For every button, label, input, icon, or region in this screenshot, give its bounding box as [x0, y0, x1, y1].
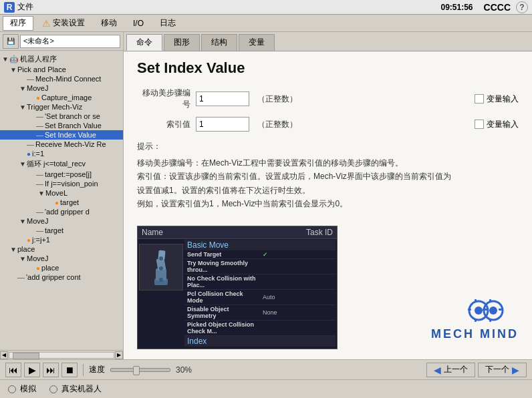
tree-label: 循环 j<=total_recv — [27, 159, 86, 169]
dash-icon: — — [27, 75, 34, 83]
hscroll-left-btn[interactable]: ◀ — [0, 351, 8, 359]
prev-btn[interactable]: ⏮ — [5, 363, 21, 377]
tree-label: j:=j+1 — [32, 236, 50, 244]
expand-icon[interactable]: ▼ — [9, 66, 17, 73]
tree-item-movej3[interactable]: ▼ MoveJ — [0, 254, 123, 263]
tree-item-movej2[interactable]: ▼ MoveJ — [0, 216, 123, 226]
hscroll-thumb[interactable] — [13, 353, 39, 359]
field1-checkbox[interactable] — [475, 94, 484, 104]
help-button[interactable]: ? — [516, 1, 528, 13]
tree-item-pickplace[interactable]: ▼ Pick and Place — [0, 65, 123, 74]
save-button[interactable]: 💾 — [3, 34, 19, 49]
expand-icon[interactable]: ▼ — [19, 85, 27, 92]
tree-item-if[interactable]: — If j==vision_poin — [0, 179, 123, 188]
bottom-toolbar: ⏮ ▶ ⏭ ⏹ 速度 30% ◀ 上一个 下一个 ▶ — [0, 359, 532, 379]
field2-label: 索引值 — [137, 119, 190, 130]
tree-item-setindex[interactable]: — Set Index Value — [0, 130, 123, 140]
expand-icon[interactable]: ▼ — [9, 246, 17, 253]
desc-hint: 提示： — [137, 141, 519, 152]
tree-item-robot[interactable]: ▼ 🤖 机器人程序 — [0, 53, 123, 65]
tree-label: MoveL — [45, 189, 68, 197]
logo-container: MECH MIND — [346, 218, 519, 341]
next-step-button[interactable]: 下一个 ▶ — [478, 363, 527, 377]
field2-checkbox[interactable] — [475, 120, 484, 129]
tree-item-capture[interactable]: ● Capture_image — [0, 93, 123, 102]
expand-icon[interactable]: ▼ — [1, 55, 9, 63]
tab-move[interactable]: 移动 — [94, 16, 124, 31]
tree-item-movej1[interactable]: ▼ MoveJ — [0, 83, 123, 93]
speed-slider[interactable] — [110, 368, 170, 372]
tree-item-place-target[interactable]: ● place — [0, 263, 123, 272]
tree-label: Trigger Mech-Viz — [27, 103, 82, 111]
speed-thumb[interactable] — [133, 366, 140, 375]
prev-step-button[interactable]: ◀ 上一个 — [426, 363, 475, 377]
titlebar-cc: CCCC — [484, 2, 511, 13]
tree-item-place[interactable]: ▼ place — [0, 244, 123, 254]
expand-icon[interactable]: ▼ — [37, 190, 45, 197]
table-row: Send Target✓ — [184, 250, 336, 259]
stop-btn[interactable]: ⏹ — [61, 363, 78, 377]
menubar: 程序 ⚠ 安装设置 移动 I/O 日志 — [0, 15, 532, 32]
tree-item-setbranch-val[interactable]: — Set Branch Value — [0, 121, 123, 130]
tree-item-target2[interactable]: — target — [0, 226, 123, 235]
svg-rect-18 — [499, 309, 502, 311]
tree-label: Pick and Place — [17, 65, 66, 73]
tree-item-setbranch-str[interactable]: — 'Set branch or se — [0, 112, 123, 121]
hscroll-right-btn[interactable]: ▶ — [115, 351, 123, 359]
tree-item-add-gripper2[interactable]: — 'add gripper cont — [0, 272, 123, 282]
tree-item-jj1[interactable]: ● j:=j+1 — [0, 235, 123, 244]
tree-item-target-pose[interactable]: — target:=pose[j] — [0, 170, 123, 179]
tree-item-trigger[interactable]: ▼ Trigger Mech-Viz — [0, 102, 123, 112]
svg-point-4 — [159, 278, 163, 282]
desc-line4: 例如，设置索引值为1，Mech-Viz中当前索引值会显示为0。 — [137, 197, 519, 210]
tree-item-i1[interactable]: ● i:=1 — [0, 149, 123, 158]
right-panel: 命令 图形 结构 变量 Set Index Value 移动美步骤编号 （正整数… — [124, 32, 532, 359]
prev-arrow-icon: ◀ — [434, 365, 441, 375]
tree-item-add-gripper[interactable]: — 'add gripper d — [0, 207, 123, 216]
field2-checkbox-label: 变量输入 — [487, 119, 519, 130]
play-btn[interactable]: ▶ — [24, 363, 40, 377]
program-tree: ▼ 🤖 机器人程序 ▼ Pick and Place — Mech-Mind C… — [0, 51, 124, 350]
svg-rect-13 — [468, 309, 471, 311]
dot-icon: ● — [27, 236, 31, 244]
expand-icon[interactable]: ▼ — [19, 255, 27, 262]
tree-item-receive[interactable]: — Receive Mech-Viz Re — [0, 140, 123, 149]
desc-line3: 设置值减1。设置的索引值将在下次运行时生效。 — [137, 184, 519, 197]
field1-checkbox-group: 变量输入 — [475, 93, 519, 105]
tab-install[interactable]: ⚠ 安装设置 — [35, 16, 92, 31]
table-row: Disable Object SymmetryNone — [184, 305, 336, 320]
sep1 — [83, 364, 84, 376]
tree-label: 'add gripper d — [45, 208, 90, 216]
bottom-status: 模拟 真实机器人 — [0, 379, 532, 398]
speed-label: 速度 — [89, 364, 105, 375]
field2-input[interactable] — [196, 117, 249, 132]
tab-command[interactable]: 命令 — [126, 34, 162, 51]
next-btn[interactable]: ⏭ — [43, 363, 59, 377]
real-robot-label: 真实机器人 — [61, 383, 102, 395]
svg-point-10 — [489, 307, 497, 315]
tab-struct[interactable]: 结构 — [201, 34, 237, 51]
tab-program[interactable]: 程序 — [3, 16, 33, 31]
field1-input[interactable] — [196, 91, 249, 106]
tree-item-mechmind-connect[interactable]: — Mech-Mind Connect — [0, 74, 123, 83]
tree-label: MoveJ — [27, 217, 48, 225]
left-panel: 💾 <未命名> ▼ 🤖 机器人程序 ▼ Pick and Place — Mec… — [0, 32, 124, 359]
tab-shape[interactable]: 图形 — [164, 34, 200, 51]
hscroll-track[interactable] — [9, 352, 114, 359]
tab-var[interactable]: 变量 — [239, 34, 275, 51]
dash-icon: — — [36, 226, 43, 234]
expand-icon[interactable]: ▼ — [19, 104, 27, 111]
expand-icon[interactable]: ▼ — [19, 160, 27, 168]
img-taskid-col: Task ID — [306, 228, 333, 237]
tree-item-loop[interactable]: ▼ 循环 j<=total_recv — [0, 158, 123, 170]
expand-icon[interactable]: ▼ — [19, 218, 27, 225]
svg-rect-11 — [475, 299, 477, 303]
tree-label: place — [17, 245, 35, 253]
dash-icon: — — [27, 140, 34, 148]
desc-line2: 索引值：设置该步骤的当前索引值。设置成功后，Mech-Viz界面中该步骤的当前索… — [137, 170, 519, 183]
tree-item-movel[interactable]: ▼ MoveL — [0, 188, 123, 198]
field1-checkbox-label: 变量输入 — [487, 93, 519, 105]
tab-log[interactable]: 日志 — [152, 16, 183, 31]
tree-item-target1[interactable]: ● target — [0, 198, 123, 207]
tab-io[interactable]: I/O — [126, 16, 151, 31]
